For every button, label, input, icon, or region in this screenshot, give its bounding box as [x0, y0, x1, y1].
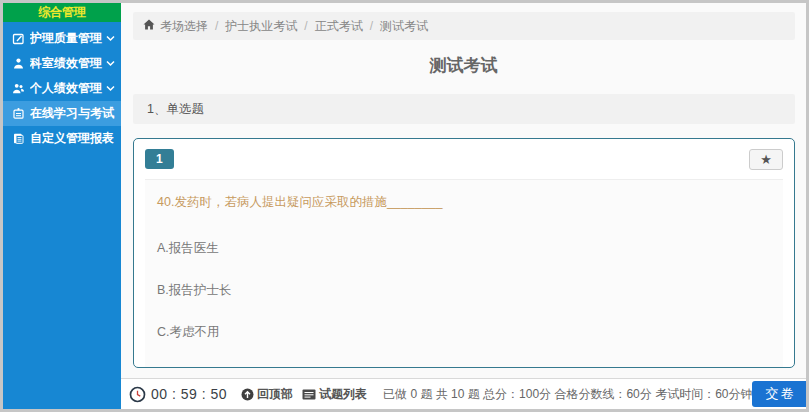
sidebar-item-label: 个人绩效管理 [30, 80, 104, 97]
option-b[interactable]: B.报告护士长 [157, 282, 771, 299]
option-d[interactable]: D.先发给病人再说 [157, 366, 771, 368]
breadcrumb-item: 测试考试 [380, 18, 428, 35]
star-icon: ★ [760, 152, 772, 167]
person-icon [12, 57, 25, 70]
main-content: 考场选择 / 护士执业考试 / 正式考试 / 测试考试 测试考试 1、单选题 1… [121, 3, 806, 378]
exam-stats: 已做 0 题 共 10 题 总分：100分 合格分数线：60分 考试时间：60分… [383, 386, 752, 403]
timer-value: 00 : 59 : 50 [151, 386, 227, 402]
home-icon [143, 19, 155, 33]
sidebar-header: 综合管理 [3, 3, 121, 22]
breadcrumb-item[interactable]: 正式考试 [315, 18, 363, 35]
exam-footer-bar: 00 : 59 : 50 回顶部 试题列表 已做 0 题 共 10 题 总分：1… [121, 378, 806, 409]
exam-timer: 00 : 59 : 50 [129, 386, 227, 403]
question-body: 40.发药时，若病人提出疑问应采取的措施________ A.报告医生 B.报告… [145, 179, 783, 368]
submit-exam-button[interactable]: 交卷 [752, 381, 808, 407]
sidebar-item-online-exam[interactable]: 在线学习与考试 [3, 101, 121, 126]
breadcrumb-home[interactable] [143, 19, 155, 33]
arrow-up-circle-icon [241, 388, 254, 401]
breadcrumb-separator: / [304, 19, 307, 33]
breadcrumb-item[interactable]: 考场选择 [160, 18, 208, 35]
breadcrumb-separator: / [370, 19, 373, 33]
option-a[interactable]: A.报告医生 [157, 240, 771, 257]
report-icon [12, 132, 25, 145]
sidebar-item-label: 在线学习与考试 [30, 105, 115, 122]
question-section-header: 1、单选题 [133, 94, 795, 124]
edit-icon [12, 32, 25, 45]
chevron-down-icon [106, 35, 115, 42]
option-c[interactable]: C.考虑不用 [157, 324, 771, 341]
sidebar-item-label: 自定义管理报表 [30, 130, 115, 147]
breadcrumb-separator: / [215, 19, 218, 33]
breadcrumb-item[interactable]: 护士执业考试 [225, 18, 297, 35]
sidebar-item-nursing-quality[interactable]: 护理质量管理 [3, 26, 121, 51]
sidebar: 综合管理 护理质量管理 科室绩效管理 个人绩效管理 [3, 3, 121, 409]
sidebar-item-personal-performance[interactable]: 个人绩效管理 [3, 76, 121, 101]
favorite-question-button[interactable]: ★ [749, 149, 783, 170]
app-window: 综合管理 护理质量管理 科室绩效管理 个人绩效管理 [0, 0, 809, 412]
badge-icon [12, 107, 25, 120]
question-options: A.报告医生 B.报告护士长 C.考虑不用 D.先发给病人再说 E.重新核对，确… [157, 240, 771, 368]
question-list-label: 试题列表 [319, 386, 367, 403]
list-icon [302, 388, 316, 401]
question-list-link[interactable]: 试题列表 [302, 386, 367, 403]
question-text: 40.发药时，若病人提出疑问应采取的措施________ [157, 194, 771, 211]
question-card: 1 ★ 40.发药时，若病人提出疑问应采取的措施________ A.报告医生 … [133, 138, 795, 368]
chevron-down-icon [106, 85, 115, 92]
footer-nav: 回顶部 试题列表 [241, 386, 367, 403]
back-to-top-label: 回顶部 [257, 386, 293, 403]
sidebar-item-label: 护理质量管理 [30, 30, 104, 47]
question-number-badge[interactable]: 1 [145, 149, 174, 169]
question-card-header: 1 ★ [145, 149, 783, 170]
sidebar-item-custom-reports[interactable]: 自定义管理报表 [3, 126, 121, 151]
chevron-down-icon [106, 60, 115, 67]
sidebar-item-label: 科室绩效管理 [30, 55, 104, 72]
clock-icon [129, 386, 146, 403]
page-title: 测试考试 [121, 54, 806, 77]
back-to-top-link[interactable]: 回顶部 [241, 386, 293, 403]
people-icon [12, 82, 25, 95]
sidebar-item-dept-performance[interactable]: 科室绩效管理 [3, 51, 121, 76]
breadcrumb: 考场选择 / 护士执业考试 / 正式考试 / 测试考试 [133, 12, 795, 40]
